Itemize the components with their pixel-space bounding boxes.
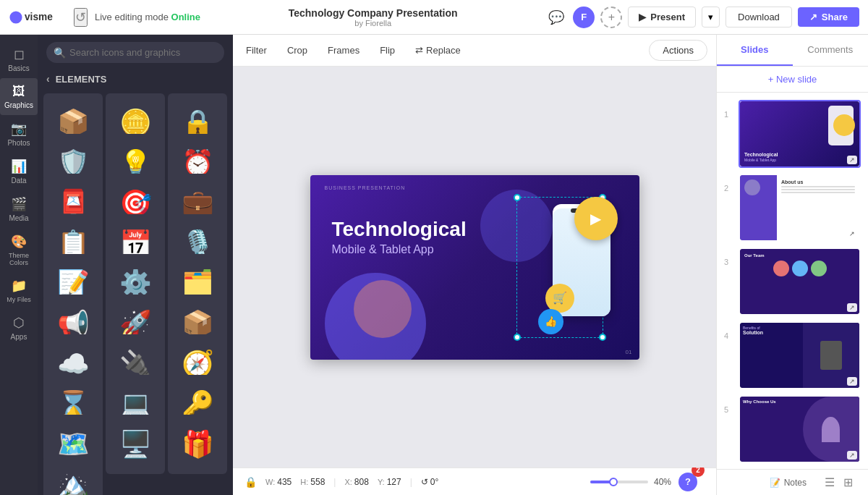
slide-preview-4: Benefits of Solution [740,323,859,388]
slide-canvas: BUSINESS PRESENTATION Technological Mobi… [310,175,639,360]
height-value: 558 [310,477,325,487]
toolbar: Filter Crop Frames Flip ⇄ Replace Action… [233,35,716,67]
slide-export-icon-5[interactable]: ↗ [847,451,857,460]
graphics-icon: 🖼 [12,84,25,99]
sidebar-item-media[interactable]: 🎬 Media [0,190,38,228]
help-wrap: ? 2 [678,473,705,491]
x-value: 808 [354,477,369,487]
new-slide-button[interactable]: + New slide [717,67,868,93]
decorative-circle-2 [354,280,412,338]
slide-thumb-5[interactable]: Why Choose Us ↗ [739,395,861,463]
elements-panel: 🔍 ‹ ELEMENTS 📦 🪙 🔒 🛡️ 💡 ⏰ 📮 🎯 💼 📋 📅 🎙️ 📝… [38,35,233,495]
zoom-thumb[interactable] [609,478,618,486]
elements-title: ELEMENTS [56,74,107,85]
presentation-title-area: Technology Company Presentation by Fiore… [208,7,538,28]
resize-handle-bl[interactable] [514,334,521,341]
filter-button[interactable]: Filter [242,42,271,59]
present-button[interactable]: ▶ Present [628,7,696,28]
back-arrow-icon[interactable]: ‹ [46,73,50,85]
app-logo[interactable]: visme [9,9,67,26]
play-circle: ▶ [574,197,618,240]
flip-button[interactable]: Flip [375,42,399,59]
invite-button[interactable]: + [600,7,622,28]
resize-handle-tl[interactable] [514,194,521,201]
present-dropdown-button[interactable]: ▾ [702,7,720,28]
apps-icon: ⬡ [13,315,25,331]
search-input[interactable] [46,42,224,63]
slide-number: 01 [626,349,632,355]
topbar-actions: 💬 F + ▶ Present ▾ Download ↗ Share [545,7,859,28]
slide-preview-3: Our Team [740,249,859,314]
y-field: Y: 127 [378,477,401,487]
replace-button[interactable]: ⇄ Replace [411,42,465,59]
actions-button[interactable]: Actions [649,40,707,61]
slide-main-title: Technological Mobile & Tablet App [332,219,467,256]
sidebar-item-photos[interactable]: 📷 Photos [0,115,38,153]
statusbar: 🔒 W: 435 H: 558 | X: 808 Y: 127 | ↺ 0° [233,468,716,495]
notes-icon: 📝 [770,478,780,488]
photos-icon: 📷 [11,121,27,137]
list-item[interactable]: 🏔️ [43,455,103,496]
sidebar-item-graphics[interactable]: 🖼 Graphics [0,78,38,115]
grid-view-button[interactable]: ⊞ [840,473,856,491]
slide-export-icon-3[interactable]: ↗ [847,303,857,312]
chat-button[interactable]: 💬 [545,7,567,28]
slide-thumb-1[interactable]: Technological Mobile & Tablet App ↗ [739,100,861,168]
data-icon: 📊 [11,158,27,174]
slide-export-icon-2[interactable]: ↗ [847,229,857,238]
table-row: 1 Technological Mobile & Tablet App ↗ [723,98,862,169]
slide-preview-1: Technological Mobile & Tablet App [740,101,859,166]
notes-button[interactable]: 📝 Notes [764,475,812,491]
topbar: visme ↺ Live editing mode Online Technol… [0,0,868,35]
sidebar-icons: ◻ Basics 🖼 Graphics 📷 Photos 📊 Data 🎬 Me… [0,35,38,495]
sidebar-item-data[interactable]: 📊 Data [0,153,38,190]
elements-search-area: 🔍 [38,35,233,69]
resize-handle-br[interactable] [599,334,606,341]
files-icon: 📁 [11,278,27,294]
slide-background: BUSINESS PRESENTATION Technological Mobi… [310,175,639,360]
frames-button[interactable]: Frames [323,42,364,59]
download-button[interactable]: Download [726,7,792,28]
sidebar-item-apps[interactable]: ⬡ Apps [0,309,38,347]
right-panel: Slides Comments + New slide 1 Technologi… [716,35,868,495]
canvas-main[interactable]: BUSINESS PRESENTATION Technological Mobi… [233,67,716,468]
tab-slides[interactable]: Slides [717,35,793,66]
slide-thumb-2[interactable]: About us ↗ [739,174,861,242]
replace-icon: ⇄ [415,45,423,56]
slide-thumb-3[interactable]: Our Team ↗ [739,248,861,316]
table-row: 2 About us ↗ [723,172,862,243]
zoom-slider[interactable] [590,481,648,483]
notes-bar: 📝 Notes ☰ ⊞ [717,469,868,495]
list-view-button[interactable]: ☰ [821,473,838,491]
presentation-author: by Fiorella [208,19,538,28]
main-area: ◻ Basics 🖼 Graphics 📷 Photos 📊 Data 🎬 Me… [0,35,868,495]
slide-thumb-4[interactable]: Benefits of Solution ↗ [739,321,861,389]
x-field: X: 808 [344,477,368,487]
slide-export-icon-1[interactable]: ↗ [847,156,857,164]
svg-text:visme: visme [25,12,53,22]
share-button[interactable]: ↗ Share [798,7,859,27]
crop-button[interactable]: Crop [283,42,312,59]
search-icon: 🔍 [54,47,66,59]
slide-label: BUSINESS PRESENTATION [325,185,406,190]
sidebar-item-my-files[interactable]: 📁 My Files [0,272,38,309]
thumbup-circle: 👍 [538,309,563,334]
rotation-value: 0° [430,477,438,487]
grid-view-buttons: ☰ ⊞ [821,473,856,491]
avatar[interactable]: F [573,7,595,28]
list-item[interactable]: 🖥️ [106,415,165,474]
media-icon: 🎬 [11,196,27,212]
editor-area: Filter Crop Frames Flip ⇄ Replace Action… [233,35,716,495]
tab-comments[interactable]: Comments [793,35,869,66]
sidebar-item-basics[interactable]: ◻ Basics [0,41,38,78]
right-tabs: Slides Comments [717,35,868,67]
theme-icon: 🎨 [11,234,27,250]
lock-icon: 🔒 [244,476,257,488]
list-item[interactable]: 🎁 [168,415,227,474]
sidebar-item-theme-colors[interactable]: 🎨 Theme Colors [0,228,38,272]
undo-button[interactable]: ↺ [74,8,88,27]
slide-export-icon-4[interactable]: ↗ [847,377,857,386]
table-row: 4 Benefits of Solution ↗ [723,320,862,391]
rotation-field: ↺ 0° [421,477,438,487]
height-field: H: 558 [300,477,325,487]
